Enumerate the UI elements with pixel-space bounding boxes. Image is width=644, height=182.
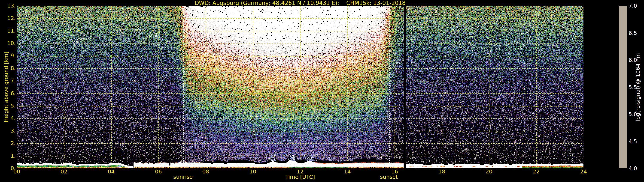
x-tick-label: 18 [433, 169, 450, 174]
y-tick-label: 12. [0, 15, 16, 21]
colorbar-tick-label: 6.0 [628, 57, 637, 63]
colorbar-tick-label: 4.5 [628, 139, 637, 144]
x-tick-label: 10 [244, 169, 262, 174]
x-tick-label: 12 [292, 169, 309, 174]
x-tick-label: 04 [102, 169, 120, 174]
x-axis-label: Time [UTC] [285, 174, 315, 180]
x-tick-label: 14 [339, 169, 356, 174]
colorbar-tick-label: 5.0 [628, 111, 637, 117]
sunrise-annotation: sunrise [173, 174, 192, 180]
colorbar-tick-label: 5.5 [628, 85, 637, 90]
x-tick-label: 08 [197, 169, 214, 174]
colorbar-tick-label: 6.5 [628, 30, 637, 36]
colorbar-tick-label: 4.0 [628, 166, 637, 171]
y-tick-label: 11. [0, 28, 16, 33]
y-tick-label: 8. [0, 66, 16, 71]
colorbar [619, 6, 627, 168]
y-tick-label: 1. [0, 153, 16, 159]
y-tick-label: 9. [0, 53, 16, 58]
y-tick-label: 4. [0, 115, 16, 121]
y-tick-label: 7. [0, 78, 16, 83]
x-tick-label: 20 [480, 169, 498, 174]
x-tick-label: 22 [528, 169, 545, 174]
x-tick-label: 24 [575, 169, 592, 174]
chart-title: DWD: Augsburg (Germany; 48.4261 N / 10.9… [17, 0, 584, 6]
y-tick-label: 6. [0, 91, 16, 96]
x-tick-label: 16 [386, 169, 403, 174]
y-tick-label: 13. [0, 3, 16, 8]
x-tick-label: 00 [8, 169, 25, 174]
heatmap-plot-canvas [17, 6, 584, 168]
y-tick-label: 5. [0, 103, 16, 108]
y-tick-label: 2. [0, 140, 16, 146]
ceilometer-quicklook-screen: DWD: Augsburg (Germany; 48.4261 N / 10.9… [0, 0, 644, 182]
x-tick-label: 06 [150, 169, 167, 174]
sunset-annotation: sunset [380, 174, 398, 180]
y-tick-label: 3. [0, 128, 16, 133]
colorbar-tick-label: 7.0 [628, 3, 637, 8]
x-tick-label: 02 [56, 169, 72, 174]
y-tick-label: 10. [0, 40, 16, 46]
